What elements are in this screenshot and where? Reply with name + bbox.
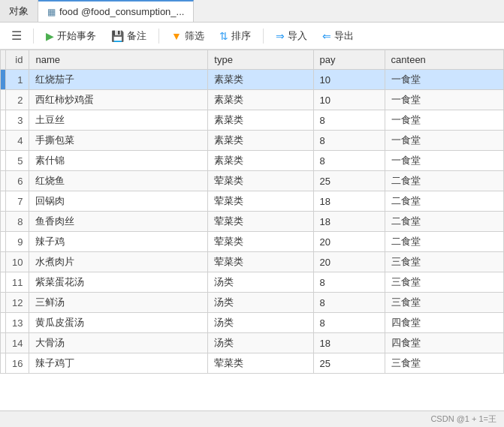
cell-type: 荤菜类	[208, 171, 313, 191]
table-icon: ▦	[47, 7, 56, 17]
row-indicator-cell	[1, 293, 6, 313]
cell-pay: 8	[313, 272, 385, 293]
toolbar-divider-1	[33, 29, 34, 44]
objects-tab-label: 对象	[9, 5, 29, 18]
start-transaction-button[interactable]: ▶ 开始事务	[40, 26, 102, 46]
import-button[interactable]: ⇒ 导入	[270, 26, 313, 46]
toolbar: ☰ ▶ 开始事务 💾 备注 ▼ 筛选 ⇅ 排序 ⇒ 导入 ⇐ 导出	[0, 23, 504, 50]
filter-icon: ▼	[171, 30, 182, 42]
col-header-name[interactable]: name	[29, 50, 208, 70]
cell-canteen: 四食堂	[385, 313, 503, 333]
table-row[interactable]: 8鱼香肉丝荤菜类18二食堂	[1, 212, 504, 232]
row-indicator-cell	[1, 212, 6, 232]
cell-id: 10	[6, 252, 29, 272]
cell-name: 辣子鸡丁	[29, 353, 208, 374]
cell-canteen: 二食堂	[385, 232, 503, 252]
cell-id: 12	[6, 293, 29, 313]
col-header-type[interactable]: type	[208, 50, 313, 70]
cell-canteen: 四食堂	[385, 333, 503, 353]
data-table: id name type pay canteen 1红烧茄子素菜类10一食堂2西…	[0, 50, 504, 374]
table-row[interactable]: 14大骨汤汤类18四食堂	[1, 333, 504, 353]
cell-id: 13	[6, 313, 29, 333]
import-label: 导入	[288, 29, 307, 43]
col-header-id[interactable]: id	[6, 50, 29, 70]
cell-canteen: 一食堂	[385, 70, 503, 90]
row-indicator-cell	[1, 353, 6, 374]
sort-icon: ⇅	[219, 30, 228, 42]
cell-pay: 25	[313, 353, 385, 374]
table-row[interactable]: 10水煮肉片荤菜类20三食堂	[1, 252, 504, 272]
cell-name: 红烧茄子	[29, 70, 208, 90]
toolbar-divider-3	[263, 29, 264, 44]
export-icon: ⇐	[322, 30, 331, 42]
cell-type: 荤菜类	[208, 191, 313, 212]
cell-canteen: 一食堂	[385, 151, 503, 171]
table-tab[interactable]: ▦ food @food_consumption_...	[38, 0, 194, 22]
table-row[interactable]: 16辣子鸡丁荤菜类25三食堂	[1, 353, 504, 374]
cell-id: 16	[6, 353, 29, 374]
table-row[interactable]: 6红烧鱼荤菜类25二食堂	[1, 171, 504, 191]
row-indicator-cell	[1, 313, 6, 333]
sort-button[interactable]: ⇅ 排序	[213, 26, 257, 46]
cell-id: 5	[6, 151, 29, 171]
filter-label: 筛选	[185, 29, 204, 43]
menu-icon: ☰	[11, 29, 22, 43]
toolbar-divider-2	[158, 29, 159, 44]
sort-label: 排序	[231, 29, 251, 43]
table-row[interactable]: 12三鲜汤汤类8三食堂	[1, 293, 504, 313]
table-tab-label: food @food_consumption_...	[59, 6, 184, 17]
cell-name: 水煮肉片	[29, 252, 208, 272]
table-row[interactable]: 13黄瓜皮蛋汤汤类8四食堂	[1, 313, 504, 333]
cell-id: 1	[6, 70, 29, 90]
objects-tab[interactable]: 对象	[0, 0, 38, 22]
menu-button[interactable]: ☰	[6, 26, 27, 47]
table-row[interactable]: 4手撕包菜素菜类8一食堂	[1, 131, 504, 151]
table-row[interactable]: 11紫菜蛋花汤汤类8三食堂	[1, 272, 504, 293]
cell-pay: 8	[313, 313, 385, 333]
cell-type: 荤菜类	[208, 353, 313, 374]
cell-name: 红烧鱼	[29, 171, 208, 191]
table-row[interactable]: 2西红柿炒鸡蛋素菜类10一食堂	[1, 90, 504, 110]
cell-id: 3	[6, 110, 29, 131]
cell-type: 素菜类	[208, 151, 313, 171]
cell-type: 荤菜类	[208, 252, 313, 272]
col-header-pay[interactable]: pay	[313, 50, 385, 70]
backup-label: 备注	[127, 29, 146, 43]
cell-type: 荤菜类	[208, 212, 313, 232]
cell-pay: 8	[313, 131, 385, 151]
cell-id: 7	[6, 191, 29, 212]
cell-pay: 10	[313, 90, 385, 110]
status-bar: CSDN @1 + 1=王	[0, 410, 504, 427]
cell-type: 汤类	[208, 293, 313, 313]
cell-pay: 25	[313, 171, 385, 191]
cell-id: 9	[6, 232, 29, 252]
row-indicator-cell	[1, 151, 6, 171]
cell-name: 辣子鸡	[29, 232, 208, 252]
cell-type: 汤类	[208, 272, 313, 293]
row-indicator-cell	[1, 333, 6, 353]
table-row[interactable]: 5素什锦素菜类8一食堂	[1, 151, 504, 171]
export-button[interactable]: ⇐ 导出	[316, 26, 360, 46]
table-row[interactable]: 9辣子鸡荤菜类20二食堂	[1, 232, 504, 252]
cell-pay: 20	[313, 232, 385, 252]
cell-pay: 18	[313, 191, 385, 212]
row-indicator-cell	[1, 171, 6, 191]
backup-button[interactable]: 💾 备注	[105, 26, 152, 46]
cell-pay: 18	[313, 333, 385, 353]
start-transaction-icon: ▶	[46, 30, 54, 42]
cell-id: 11	[6, 272, 29, 293]
col-header-canteen[interactable]: canteen	[385, 50, 503, 70]
table-row[interactable]: 7回锅肉荤菜类18二食堂	[1, 191, 504, 212]
table-row[interactable]: 1红烧茄子素菜类10一食堂	[1, 70, 504, 90]
cell-name: 素什锦	[29, 151, 208, 171]
cell-id: 6	[6, 171, 29, 191]
table-container: id name type pay canteen 1红烧茄子素菜类10一食堂2西…	[0, 50, 504, 410]
cell-type: 汤类	[208, 313, 313, 333]
cell-canteen: 二食堂	[385, 212, 503, 232]
cell-pay: 8	[313, 151, 385, 171]
row-indicator-cell	[1, 90, 6, 110]
table-row[interactable]: 3土豆丝素菜类8一食堂	[1, 110, 504, 131]
cell-id: 8	[6, 212, 29, 232]
cell-pay: 18	[313, 212, 385, 232]
filter-button[interactable]: ▼ 筛选	[165, 26, 210, 46]
